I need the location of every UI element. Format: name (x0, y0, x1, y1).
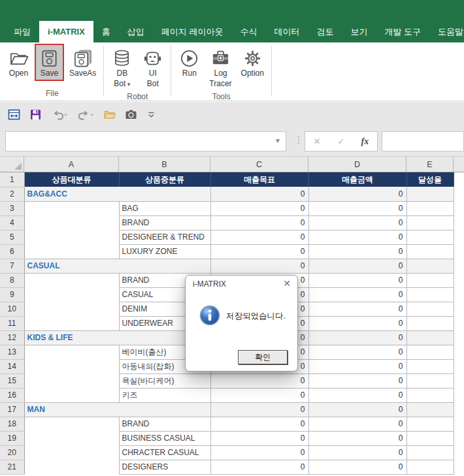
row-header-6[interactable]: 6 (0, 244, 24, 259)
cell-E11[interactable] (406, 316, 454, 330)
cell-A13[interactable] (24, 345, 119, 359)
cell-D15[interactable]: 0 (308, 373, 406, 388)
open-button[interactable]: Open (4, 44, 33, 81)
cell-D11[interactable]: 0 (308, 316, 406, 330)
cell-D13[interactable]: 0 (308, 345, 406, 359)
cell-D21[interactable]: 0 (308, 460, 406, 474)
cell-A21[interactable] (24, 460, 119, 474)
option-button[interactable]: Option (237, 44, 268, 81)
ribbon-tab[interactable]: 수식 (231, 21, 265, 42)
cell-D2[interactable]: 0 (308, 187, 406, 201)
row-header-2[interactable]: 2 (0, 187, 24, 201)
cell-D10[interactable]: 0 (308, 302, 406, 316)
cell-C16[interactable]: 0 (210, 388, 308, 402)
cell-A6[interactable] (24, 244, 119, 259)
cell-E4[interactable] (406, 215, 454, 230)
cell-E6[interactable] (406, 244, 454, 259)
ribbon-tab[interactable]: 파일 (5, 21, 39, 42)
ribbon-tab[interactable]: 페이지 레이아웃 (153, 21, 232, 42)
cell-C4[interactable]: 0 (210, 215, 308, 230)
cell-E17[interactable] (406, 402, 454, 417)
row-header-20[interactable]: 20 (0, 445, 24, 460)
ribbon-tab[interactable]: 개발 도구 (376, 21, 429, 42)
cell-C18[interactable]: 0 (210, 417, 308, 431)
cell-D17[interactable]: 0 (308, 402, 406, 417)
cell-D16[interactable]: 0 (308, 388, 406, 402)
row-header-5[interactable]: 5 (0, 230, 24, 244)
cell-B19[interactable]: BUSINESS CASUAL (119, 431, 210, 445)
cell-C15[interactable]: 0 (210, 373, 308, 388)
row-header-9[interactable]: 9 (0, 287, 24, 302)
cell-E2[interactable] (406, 187, 454, 201)
folder-icon[interactable] (103, 108, 116, 121)
ribbon-tab[interactable]: 삽입 (119, 21, 153, 42)
cell-C3[interactable]: 0 (210, 201, 308, 215)
row-header-18[interactable]: 18 (0, 417, 24, 431)
cell-B6[interactable]: LUXURY ZONE (119, 244, 210, 259)
row-header-17[interactable]: 17 (0, 402, 24, 417)
row-header-13[interactable]: 13 (0, 345, 24, 359)
ribbon-tab[interactable]: 데이터 (265, 21, 308, 42)
cell-D8[interactable]: 0 (308, 273, 406, 287)
camera-icon[interactable] (125, 108, 137, 121)
cell-C2[interactable]: 0 (210, 187, 308, 201)
cell-E5[interactable] (406, 230, 454, 244)
cell-E13[interactable] (406, 345, 454, 359)
saveas-button[interactable]: SaveAs (65, 44, 100, 81)
cell-C17[interactable]: 0 (210, 402, 308, 417)
ribbon-tab[interactable]: 도움말 (429, 21, 464, 42)
cell-A5[interactable] (24, 230, 119, 244)
row-header-11[interactable]: 11 (0, 316, 24, 330)
row-header-10[interactable]: 10 (0, 302, 24, 316)
ok-button[interactable]: 확인 (238, 350, 288, 364)
log-tracer-button[interactable]: LogTracer (205, 44, 235, 91)
cell-B1[interactable]: 상품중분류 (119, 172, 210, 187)
run-button[interactable]: Run (174, 44, 204, 81)
cell-E7[interactable] (406, 259, 454, 273)
cell-A17[interactable]: MAN (24, 402, 210, 417)
row-header-21[interactable]: 21 (0, 460, 24, 474)
cell-A19[interactable] (24, 431, 119, 445)
select-all-corner[interactable] (0, 157, 24, 172)
cell-D20[interactable]: 0 (308, 445, 406, 460)
row-header-8[interactable]: 8 (0, 273, 24, 287)
formula-bar-grip[interactable]: ⋮ (294, 135, 303, 144)
row-header-15[interactable]: 15 (0, 373, 24, 388)
cell-C1[interactable]: 매출목표 (210, 172, 308, 187)
cell-E8[interactable] (406, 273, 454, 287)
cell-D9[interactable]: 0 (308, 287, 406, 302)
cell-A9[interactable] (24, 287, 119, 302)
cell-A18[interactable] (24, 417, 119, 431)
cell-A11[interactable] (24, 316, 119, 330)
column-header-A[interactable]: A (24, 157, 119, 172)
cell-D6[interactable]: 0 (308, 244, 406, 259)
cell-A4[interactable] (24, 215, 119, 230)
cell-A8[interactable] (24, 273, 119, 287)
cell-E10[interactable] (406, 302, 454, 316)
cell-C20[interactable]: 0 (210, 445, 308, 460)
cell-E3[interactable] (406, 201, 454, 215)
ribbon-tab[interactable]: 검토 (308, 21, 342, 42)
name-box-input[interactable] (8, 133, 270, 150)
name-box[interactable]: ▼ (5, 131, 286, 151)
overflow-icon[interactable] (146, 108, 156, 121)
formula-input-box[interactable] (382, 131, 464, 151)
ui-bot-button[interactable]: UIBot (138, 44, 167, 91)
cell-E21[interactable] (406, 460, 454, 474)
save-button[interactable]: Save (35, 44, 64, 81)
fit-width-icon[interactable] (8, 108, 20, 121)
cell-A1[interactable]: 상품대분류 (24, 172, 119, 187)
cell-D5[interactable]: 0 (308, 230, 406, 244)
cell-E20[interactable] (406, 445, 454, 460)
cell-D12[interactable]: 0 (308, 330, 406, 345)
cell-B3[interactable]: BAG (119, 201, 210, 215)
cell-D4[interactable]: 0 (308, 215, 406, 230)
cell-A15[interactable] (24, 373, 119, 388)
cell-D18[interactable]: 0 (308, 417, 406, 431)
db-bot-button[interactable]: DBBot ▾ (107, 44, 137, 91)
ribbon-tab[interactable]: 홈 (93, 21, 119, 42)
cell-B20[interactable]: CHRACTER CASUAL (119, 445, 210, 460)
column-header-C[interactable]: C (210, 157, 308, 172)
cell-E14[interactable] (406, 359, 454, 373)
ribbon-tab[interactable]: 보기 (342, 21, 376, 42)
